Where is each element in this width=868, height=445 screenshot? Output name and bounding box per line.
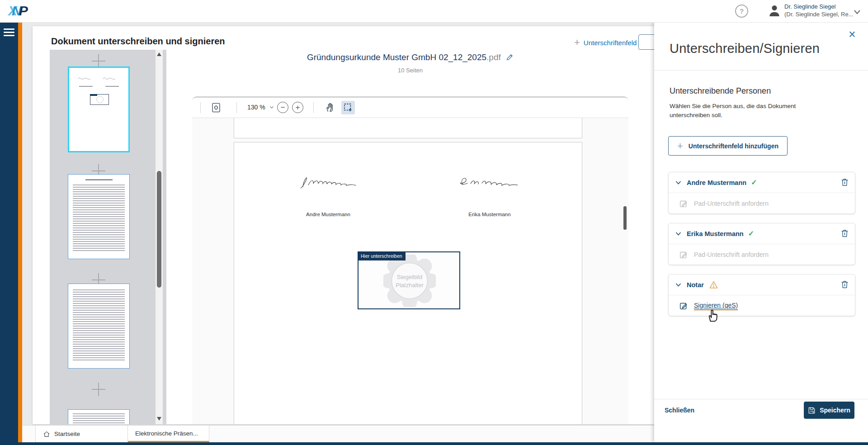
panel-title: Unterschreiben/Signieren	[670, 41, 820, 56]
close-button[interactable]: Schließen	[665, 407, 694, 414]
panel-divider	[654, 70, 868, 71]
request-pad-signature-label: Pad-Unterschrift anfordern	[694, 251, 769, 258]
thumbnail-panel	[50, 50, 166, 424]
chevron-down-icon	[675, 179, 682, 186]
person-card-header[interactable]: Andre Mustermann ✓	[669, 172, 855, 193]
panel-footer-divider	[654, 399, 868, 399]
left-sidebar	[0, 22, 18, 442]
mouse-hand-cursor	[705, 306, 720, 322]
delete-person-icon[interactable]	[841, 280, 849, 289]
seal-text-line2: Platzhalter	[396, 282, 424, 289]
floppy-disk-icon	[808, 407, 816, 414]
tab-elektronische-praesenz[interactable]: Elektronische Präsen...	[128, 426, 209, 442]
signed-check-icon: ✓	[751, 178, 757, 187]
edit-title-pencil-icon[interactable]	[506, 53, 514, 61]
user-name: Dr. Sieglinde Siegel	[784, 3, 853, 10]
person-card-erika: Erika Mustermann ✓ Pad-Unterschrift anfo…	[668, 223, 855, 265]
add-signature-field-label: Unterschriftenfeld	[584, 39, 637, 47]
save-button-label: Speichern	[820, 407, 850, 414]
scroll-up-icon[interactable]	[157, 52, 161, 56]
toolbar-separator	[236, 102, 237, 113]
thumb-text-lines	[73, 289, 125, 362]
document-title: Gründungsurkunde Muster GmbH 02_12_2025	[307, 52, 486, 62]
page-thumbnail-4[interactable]	[68, 409, 130, 424]
person-card-notar: Notar Signieren (qeS)	[668, 274, 855, 316]
sign-panel: × Unterschreiben/Signieren Unterschreibe…	[654, 22, 868, 442]
thumb-text-lines	[73, 185, 125, 252]
menu-hamburger-icon[interactable]	[4, 28, 14, 38]
add-button-label: Unterschriftenfeld hinzufügen	[689, 142, 778, 150]
help-icon[interactable]: ?	[735, 5, 748, 18]
thumbnail-scroll-thumb[interactable]	[157, 171, 161, 288]
top-bar: X N P ? Dr. Sieglinde Siegel (Dr. Siegli…	[0, 0, 868, 23]
thumb-signatures	[76, 74, 121, 82]
zoom-level-value: 130 %	[247, 104, 265, 111]
document-scroll-thumb[interactable]	[623, 206, 627, 230]
handwritten-signature-right	[455, 173, 523, 192]
person-name: Notar	[687, 281, 704, 289]
scroll-down-icon[interactable]	[157, 417, 161, 421]
signed-check-icon: ✓	[748, 229, 754, 238]
add-signature-field-button[interactable]: + Unterschriftenfeld	[574, 38, 637, 47]
add-signature-field-panel-button[interactable]: + Unterschriftenfeld hinzufügen	[668, 136, 788, 156]
person-action-row: Pad-Unterschrift anfordern	[669, 244, 855, 265]
person-card-header[interactable]: Erika Mustermann ✓	[669, 223, 855, 244]
app-window: X N P ? Dr. Sieglinde Siegel (Dr. Siegli…	[0, 0, 868, 445]
tab-active-label: Elektronische Präsen...	[135, 430, 198, 437]
pan-hand-tool[interactable]	[324, 102, 335, 113]
plus-icon: +	[677, 140, 683, 152]
page-thumbnail-3[interactable]	[68, 284, 130, 369]
person-name: Andre Mustermann	[687, 179, 746, 186]
bottom-tab-bar: Startseite Elektronische Präsen...	[22, 425, 654, 442]
person-action-row: Pad-Unterschrift anfordern	[669, 193, 855, 214]
close-panel-icon[interactable]: ×	[849, 28, 856, 40]
thumb-text-lines	[73, 413, 125, 423]
insert-page-icon[interactable]	[92, 54, 105, 68]
seal-text-line1: Siegelbild	[397, 274, 423, 280]
pad-signature-icon	[679, 251, 688, 259]
thumbnail-scrollbar[interactable]	[156, 50, 163, 424]
accent-stripe	[18, 22, 22, 442]
panel-description: Wählen Sie die Person aus, die das Dokum…	[670, 102, 826, 120]
user-avatar-icon[interactable]	[767, 4, 782, 18]
document-title-row: Gründungsurkunde Muster GmbH 02_12_2025.…	[192, 52, 628, 62]
viewer-toolbar: 130 % − +	[192, 98, 628, 118]
person-card-header[interactable]: Notar	[669, 275, 855, 295]
page-count: 10 Seiten	[192, 67, 628, 74]
save-button[interactable]: Speichern	[804, 402, 854, 419]
zoom-in-button[interactable]: +	[292, 102, 303, 113]
thumb-heading-line	[85, 179, 113, 180]
person-card-andre: Andre Mustermann ✓ Pad-Unterschrift anfo…	[668, 172, 855, 214]
page-thumbnail-2[interactable]	[68, 174, 130, 259]
user-org: (Dr. Sieglinde Siegel, Re...	[784, 10, 853, 18]
zoom-out-button[interactable]: −	[277, 102, 288, 113]
user-menu-chevron-down-icon[interactable]	[852, 6, 863, 17]
xnp-logo[interactable]: X N P	[8, 3, 27, 19]
plus-icon: +	[574, 38, 580, 47]
user-info[interactable]: Dr. Sieglinde Siegel (Dr. Sieglinde Sieg…	[784, 3, 853, 18]
zoom-level-dropdown[interactable]: 130 %	[247, 104, 274, 111]
seal-placeholder-graphic: Siegelbild Platzhalter	[383, 255, 436, 307]
logo-letter-p: P	[19, 3, 27, 19]
thumb-name-line	[79, 86, 93, 87]
document-page-current: Andre Mustermann Erika Mustermann Si	[234, 142, 582, 424]
panel-section-title: Unterschreibende Personen	[670, 86, 771, 96]
warning-icon	[709, 281, 718, 289]
signature-name-right: Erika Mustermann	[456, 212, 524, 217]
delete-person-icon[interactable]	[841, 178, 849, 187]
bottom-accent-line	[0, 442, 868, 445]
page-thumbnail-1-selected[interactable]	[68, 66, 130, 152]
request-pad-signature-label: Pad-Unterschrift anfordern	[694, 200, 769, 207]
insert-page-icon[interactable]	[92, 383, 105, 396]
delete-person-icon[interactable]	[841, 229, 849, 238]
main-content-card: Dokument unterschreiben und signieren + …	[33, 26, 654, 424]
document-extension: .pdf	[486, 52, 501, 62]
add-signature-area-tool[interactable]	[341, 101, 355, 114]
pdf-viewer: 130 % − +	[192, 96, 628, 424]
handwritten-signature-left	[297, 173, 360, 192]
document-properties-icon[interactable]	[211, 102, 222, 113]
notary-seal-field[interactable]: Siegelbild Platzhalter Hier unterschreib…	[358, 251, 460, 309]
person-name: Erika Mustermann	[687, 230, 744, 237]
pad-signature-icon	[679, 199, 688, 208]
tab-startseite[interactable]: Startseite	[35, 426, 128, 442]
